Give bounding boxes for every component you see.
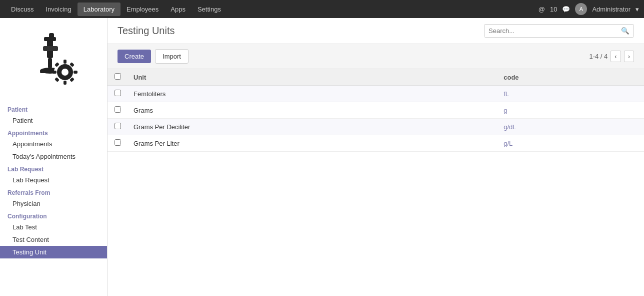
nav-employees[interactable]: Employees (120, 3, 164, 16)
row-checkbox-cell[interactable] (108, 86, 128, 102)
table-row[interactable]: Grams Per Deciliter g/dL (108, 119, 644, 135)
content-header: Testing Units 🔍 (108, 18, 644, 44)
notification-count: 10 (550, 6, 557, 13)
row-checkbox[interactable] (114, 139, 121, 146)
svg-rect-13 (74, 71, 78, 74)
nav-settings[interactable]: Settings (192, 3, 227, 16)
nav-invoicing[interactable]: Invoicing (40, 3, 78, 16)
sidebar-section-appointments: Appointments (0, 127, 107, 138)
column-unit: Unit (128, 69, 498, 86)
select-all-checkbox[interactable] (114, 73, 121, 80)
svg-rect-6 (49, 33, 54, 39)
svg-point-9 (62, 69, 68, 76)
sidebar-item-lab-test[interactable]: Lab Test (0, 221, 107, 233)
table-row[interactable]: Grams g (108, 102, 644, 119)
import-button[interactable]: Import (155, 49, 188, 64)
nav-laboratory[interactable]: Laboratory (78, 3, 120, 16)
column-code: code (498, 69, 644, 86)
sidebar-item-physician[interactable]: Physician (0, 197, 107, 210)
row-checkbox-cell[interactable] (108, 102, 128, 119)
topnav-right: @ 10 💬 A Administrator ▾ (538, 3, 639, 15)
table-row[interactable]: Grams Per Liter g/L (108, 135, 644, 152)
unit-cell[interactable]: Grams Per Deciliter (128, 119, 498, 135)
pagination: 1-4 / 4 ‹ › (589, 51, 634, 62)
top-navigation: Discuss Invoicing Laboratory Employees A… (0, 0, 644, 18)
next-page-button[interactable]: › (624, 51, 634, 62)
svg-rect-10 (64, 60, 66, 64)
at-icon: @ (538, 6, 545, 13)
code-cell: g (498, 102, 644, 119)
search-box: 🔍 (484, 24, 634, 38)
toolbar: Create Import 1-4 / 4 ‹ › (108, 44, 644, 69)
svg-rect-5 (43, 46, 58, 51)
svg-rect-11 (64, 81, 66, 85)
sidebar-item-test-content[interactable]: Test Content (0, 233, 107, 246)
data-table: Unit code Femtoliters fL Grams g Grams P… (108, 69, 644, 152)
row-checkbox[interactable] (114, 90, 121, 96)
select-all-header[interactable] (108, 69, 128, 86)
code-cell: g/dL (498, 119, 644, 135)
sidebar-section-patient: Patient (0, 103, 107, 114)
row-checkbox[interactable] (114, 123, 121, 129)
row-checkbox-cell[interactable] (108, 119, 128, 135)
svg-rect-2 (48, 58, 52, 68)
code-cell: g/L (498, 135, 644, 152)
sidebar-item-appointments[interactable]: Appointments (0, 138, 107, 150)
avatar[interactable]: A (575, 3, 587, 15)
sidebar-item-patient[interactable]: Patient (0, 114, 107, 127)
chevron-down-icon[interactable]: ▾ (636, 6, 639, 13)
sidebar-section-referrals: Referrals From (0, 186, 107, 197)
unit-cell[interactable]: Grams (128, 102, 498, 119)
main-layout: Patient Patient Appointments Appointment… (0, 18, 644, 296)
username: Administrator (592, 6, 630, 13)
sidebar-item-todays-appointments[interactable]: Today's Appointments (0, 150, 107, 163)
nav-apps[interactable]: Apps (164, 3, 192, 16)
sidebar-section-lab-request: Lab Request (0, 163, 107, 174)
svg-rect-12 (52, 71, 56, 74)
page-title: Testing Units (118, 25, 175, 37)
create-button[interactable]: Create (118, 50, 151, 63)
sidebar-item-testing-unit[interactable]: Testing Unit (0, 246, 107, 258)
search-button[interactable]: 🔍 (617, 25, 634, 37)
unit-cell[interactable]: Grams Per Liter (128, 135, 498, 152)
main-content: Testing Units 🔍 Create Import 1-4 / 4 ‹ … (108, 18, 644, 296)
prev-page-button[interactable]: ‹ (610, 51, 620, 62)
row-checkbox-cell[interactable] (108, 135, 128, 152)
table-row[interactable]: Femtoliters fL (108, 86, 644, 102)
sidebar: Patient Patient Appointments Appointment… (0, 18, 108, 296)
pagination-info: 1-4 / 4 (589, 53, 608, 60)
unit-cell[interactable]: Femtoliters (128, 86, 498, 102)
nav-discuss[interactable]: Discuss (5, 3, 40, 16)
sidebar-section-configuration: Configuration (0, 210, 107, 221)
row-checkbox[interactable] (114, 106, 121, 113)
sidebar-item-lab-request[interactable]: Lab Request (0, 174, 107, 186)
table-container: Unit code Femtoliters fL Grams g Grams P… (108, 69, 644, 296)
sidebar-logo (0, 18, 107, 103)
search-input[interactable] (484, 25, 617, 37)
chat-icon[interactable]: 💬 (562, 6, 570, 13)
code-cell: fL (498, 86, 644, 102)
table-header-row: Unit code (108, 69, 644, 86)
